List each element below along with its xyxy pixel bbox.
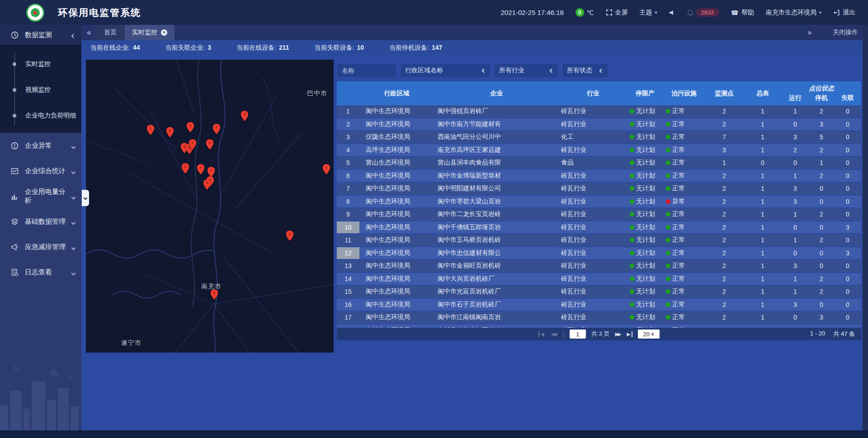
map-pin[interactable] — [212, 124, 220, 134]
map-pin[interactable] — [241, 111, 249, 121]
map-pin[interactable] — [207, 167, 215, 177]
name-filter-input[interactable] — [342, 67, 392, 74]
table-row[interactable]: 11阆中生态环境局阆中市五马桥页岩机砖砖瓦行业无计划正常21120 — [337, 234, 861, 247]
tab-realtime-monitoring[interactable]: 实时监控 × — [125, 25, 175, 40]
volume-button[interactable] — [669, 9, 675, 16]
tabs-scroll-right-button[interactable]: » — [802, 28, 817, 37]
theme-dropdown[interactable]: 主题▾ — [640, 9, 657, 17]
sidebar-item-enterprise-statistics[interactable]: 企业综合统计 — [0, 158, 81, 184]
cell-region: 阆中生态环境局 — [359, 260, 434, 272]
chevron-left-icon — [72, 218, 75, 226]
table-row[interactable]: 1阆中生态环境局阆中强锐页岩砖厂砖瓦行业无计划正常21120 — [337, 105, 861, 118]
tab-home[interactable]: 首页 — [97, 25, 124, 40]
status-dot — [630, 212, 634, 217]
status-dot — [630, 277, 634, 281]
sidebar-item-enterprise-abnormal[interactable]: 企业异常 — [0, 133, 81, 158]
page-size-select[interactable]: 20 — [638, 330, 660, 339]
org-dropdown[interactable]: 南充市生态环境局▾ — [766, 9, 821, 17]
row-number: 8 — [337, 196, 359, 208]
close-operations-button[interactable]: 关闭操作 — [833, 28, 858, 37]
layers-icon — [10, 218, 19, 226]
cell-pollution-facility: 正常 — [663, 183, 705, 195]
cell-industry: 砖瓦行业 — [559, 118, 627, 131]
sidebar-item-video-monitoring[interactable]: 视频监控 — [0, 77, 81, 103]
table-row[interactable]: 4高坪生态环境局南充市高坪区王家店建砖瓦行业无计划正常31220 — [337, 144, 861, 157]
table-row[interactable]: 7阆中生态环境局阆中明阳建材有限公司砖瓦行业无计划正常21300 — [337, 183, 861, 196]
next-page-button[interactable]: ▶▶ — [615, 331, 621, 337]
map-pin[interactable] — [197, 164, 205, 174]
sidebar-item-data-monitoring[interactable]: 数据监测 — [0, 25, 81, 45]
sidebar-item-log-view[interactable]: 日志查看 — [0, 259, 81, 285]
table-row[interactable]: 16阆中生态环境局阆中市石子页岩机砖厂砖瓦行业无计划正常21300 — [337, 299, 861, 312]
cell-running: 0 — [782, 247, 809, 259]
sidebar-item-power-usage-analysis[interactable]: 企业用电量分析 — [0, 184, 81, 209]
col-region: 行政区域 — [359, 81, 434, 105]
map-pin[interactable] — [147, 125, 155, 135]
map-pin[interactable] — [286, 231, 294, 241]
prev-page-button[interactable]: ◀◀ — [551, 331, 557, 337]
cell-running: 3 — [782, 183, 809, 195]
sidebar-item-power-load-detail[interactable]: 企业电力负荷明细 — [0, 103, 81, 128]
status-dot — [630, 302, 634, 307]
table-row[interactable]: 6阆中生态环境局阆中市金博瑞新型墙材砖瓦行业无计划正常21120 — [337, 170, 861, 183]
cell-industry: 砖瓦行业 — [559, 260, 627, 272]
scrollbar-track[interactable] — [863, 25, 868, 430]
filter-row: 行政区域名称 所有行业 所有状态 — [337, 63, 861, 78]
help-button[interactable]: ☎ 帮助 — [731, 9, 754, 17]
status-dot — [630, 122, 634, 127]
table-row[interactable]: 17阆中生态环境局阆中市江南镇阆南页岩砖瓦行业无计划正常21030 — [337, 311, 861, 325]
sidebar-item-realtime-monitoring[interactable]: 实时监控 — [0, 51, 81, 77]
page-number-input[interactable] — [570, 330, 586, 339]
map-pin[interactable] — [189, 139, 197, 150]
fullscreen-button[interactable]: 全屏 — [606, 9, 628, 17]
map-canvas[interactable]: 巴中市南充市遂宁市 — [86, 60, 334, 353]
close-tab-icon[interactable]: × — [161, 29, 167, 36]
table-row[interactable]: 15阆中生态环境局阆中市光富页岩机砖厂砖瓦行业无计划正常21120 — [337, 286, 861, 299]
map-city-label: 遂宁市 — [121, 339, 142, 347]
cell-pollution-facility: 正常 — [663, 286, 705, 298]
table-row[interactable]: 9阆中生态环境局阆中市二龙长宝页岩砖砖瓦行业无计划正常21120 — [337, 208, 861, 221]
sidebar-collapse-handle[interactable] — [82, 190, 89, 206]
first-page-button[interactable]: ◀ — [538, 331, 545, 337]
cell-monitor-points: 2 — [705, 208, 744, 221]
table-row[interactable]: 3仪陇生态环境局西南油气田分公司川中化工无计划正常71350 — [337, 131, 861, 144]
name-filter[interactable] — [337, 63, 396, 78]
cell-stop-limit: 无计划 — [627, 221, 663, 234]
cell-industry: 砖瓦行业 — [559, 105, 627, 118]
pagination-info: 1 - 20 共 47 条 — [810, 330, 855, 338]
industry-filter-select[interactable]: 所有行业 — [494, 63, 558, 78]
region-filter-select[interactable]: 行政区域名称 — [400, 63, 491, 78]
col-running: 运行 — [782, 93, 809, 105]
cell-monitor-points: 2 — [705, 221, 744, 234]
sidebar-item-base-data-management[interactable]: 基础数据管理 — [0, 209, 81, 234]
cell-company: 阆中明阳建材有限公司 — [434, 183, 559, 195]
cell-stopped: 3 — [809, 311, 834, 324]
table-row[interactable]: 10阆中生态环境局阆中千佛镇五郎垭页岩砖瓦行业无计划正常21003 — [337, 221, 861, 235]
last-page-button[interactable]: ▶ — [627, 331, 632, 337]
status-dot — [666, 109, 670, 113]
logout-button[interactable]: 退出 — [833, 9, 855, 17]
table-row[interactable]: 5营山生态环境局营山县润丰肉食品有限食品无计划正常10010 — [337, 157, 861, 170]
status-dot — [666, 225, 670, 230]
map-pin[interactable] — [206, 139, 214, 150]
notifications-button[interactable]: 2632 — [687, 8, 719, 17]
table-row[interactable]: 14阆中生态环境局阆中大兴页岩机砖厂砖瓦行业无计划正常21120 — [337, 273, 861, 286]
map-pin[interactable] — [322, 164, 330, 174]
status-filter-select[interactable]: 所有状态 — [562, 63, 608, 78]
table-row[interactable]: 2阆中生态环境局阆中市南方节能建材有砖瓦行业无计划正常21030 — [337, 118, 861, 132]
sidebar-item-emergency-reduction[interactable]: 应急减排管理 — [0, 234, 81, 259]
table-row[interactable]: 12阆中生态环境局阆中市忠信建材有限公砖瓦行业无计划正常21003 — [337, 247, 861, 260]
map-pin[interactable] — [203, 179, 211, 190]
col-master-meter: 总表 — [744, 81, 782, 105]
cell-stop-limit: 无计划 — [627, 170, 663, 182]
cell-stopped: 0 — [809, 221, 834, 234]
cell-industry: 砖瓦行业 — [559, 247, 627, 259]
tabs-scroll-left-button[interactable]: « — [81, 25, 97, 40]
table-row[interactable]: 13阆中生态环境局阆中市金福旺页岩机砖砖瓦行业无计划正常21300 — [337, 260, 861, 273]
cell-industry: 化工 — [559, 131, 627, 143]
map-pin[interactable] — [166, 127, 174, 137]
map-pin[interactable] — [181, 163, 189, 174]
table-row[interactable]: 8阆中生态环境局阆中市枣碧大梁山页岩砖瓦行业无计划异常21300 — [337, 196, 861, 209]
map-pin[interactable] — [187, 122, 194, 132]
phone-icon: ☎ — [731, 9, 739, 16]
